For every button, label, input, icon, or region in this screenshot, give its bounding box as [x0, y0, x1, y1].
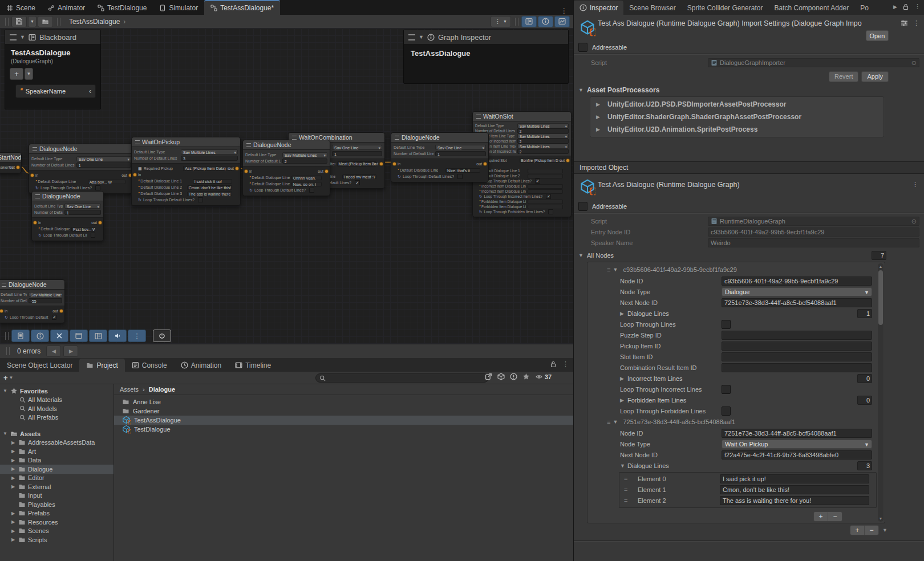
project-file-list[interactable]: Assets › Dialogue Anne LiseGardener{}Tes…: [114, 384, 573, 561]
tree-folder-scenes[interactable]: ▶Scenes: [0, 527, 114, 536]
file-row-testdialogue[interactable]: {}TestDialogue: [114, 425, 573, 434]
scrollbar[interactable]: ▲ ▼: [878, 263, 884, 522]
expand-chevron-icon[interactable]: ‹: [89, 87, 91, 95]
toolbar-infocirc-button[interactable]: [31, 330, 49, 342]
output-port-icon[interactable]: [60, 310, 63, 312]
line-text-field[interactable]: Ohhhh yeah,: [291, 176, 322, 180]
create-asset-dropdown-icon[interactable]: ▼: [9, 375, 14, 380]
array-size-field[interactable]: 0: [857, 374, 872, 383]
tree-folder-external[interactable]: ▶External: [0, 482, 114, 491]
tree-folder-data[interactable]: ▶Data: [0, 456, 114, 465]
postprocessor-row[interactable]: ▶UnityEditor.ShaderGraph.ShaderGraphAsse…: [590, 111, 884, 123]
revert-button[interactable]: Revert: [829, 71, 858, 82]
input-port-icon[interactable]: [31, 174, 34, 177]
save-button[interactable]: [11, 16, 27, 27]
node-header[interactable]: DialogueNode: [0, 280, 64, 290]
graph-node-dialoguenode[interactable]: DialogueNodeDefault Line TypeSay One Lin…: [31, 191, 104, 241]
node-header[interactable]: WaitOnSlot: [473, 112, 571, 121]
tree-folder-playables[interactable]: Playables: [0, 500, 114, 509]
property-dropdown[interactable]: Say Multiple Lines▾: [517, 133, 569, 139]
postprocessor-row[interactable]: ▶UnityEditor.U2D.Animation.SpritePostPro…: [590, 123, 884, 136]
tree-folder-prefabs[interactable]: ▶Prefabs: [0, 509, 114, 518]
checkbox[interactable]: ✓: [355, 180, 360, 185]
node-header[interactable]: WaitOnPickup: [132, 137, 240, 147]
array-size-field[interactable]: 0: [857, 396, 872, 405]
object-picker-icon[interactable]: ⊙: [911, 217, 917, 226]
tree-folder-dialogue[interactable]: ▶Dialogue: [0, 465, 114, 474]
text-field[interactable]: Weirdo: [708, 238, 919, 247]
output-port-icon[interactable]: [99, 221, 102, 224]
graph-options-button[interactable]: ⋮▼: [491, 16, 511, 27]
text-field[interactable]: [722, 363, 872, 372]
bottom-tab-timeline[interactable]: Timeline: [228, 359, 278, 372]
line-text-field[interactable]: [528, 200, 563, 204]
blackboard-panel[interactable]: ▼ Blackboard TestAssDialogue (DialogueGr…: [5, 30, 101, 109]
create-asset-button[interactable]: +: [3, 373, 8, 382]
toolbar-blackboard-button[interactable]: [89, 330, 107, 342]
output-port-icon[interactable]: [325, 170, 328, 173]
tree-folder-addressableassetsdata[interactable]: ▶AddressableAssetsData: [0, 438, 114, 448]
foldout-arrow-icon[interactable]: ▶: [620, 376, 627, 381]
enum-dropdown[interactable]: Wait On Pickup▼: [722, 440, 872, 449]
line-text-field[interactable]: Cmon, don't be like this!: [187, 185, 232, 190]
toggle-blackboard-button[interactable]: [521, 16, 537, 27]
property-dropdown[interactable]: Say Multiple Lines▾: [517, 144, 569, 149]
property-dropdown[interactable]: Say Multiple Lines▾: [181, 149, 238, 155]
tree-folder-input[interactable]: Input: [0, 491, 114, 501]
foldout-arrow-icon[interactable]: ▶: [620, 311, 627, 316]
add-variable-button[interactable]: +: [10, 68, 23, 80]
inspector-tab-scene-browser[interactable]: Scene Browser: [623, 1, 681, 15]
toolbar-audio-button[interactable]: [108, 330, 127, 342]
add-variable-dropdown[interactable]: ▼: [25, 68, 33, 80]
main-tab-simulator[interactable]: Simulator: [153, 1, 204, 15]
tree-item-all-materials[interactable]: All Materials: [0, 396, 114, 405]
graph-node-waitonpickup[interactable]: WaitOnPickupDefault Line TypeSay Multipl…: [131, 137, 241, 206]
asset-postprocessors-foldout[interactable]: ▼ Asset PostProcessors: [574, 84, 924, 96]
apply-button[interactable]: Apply: [861, 71, 889, 82]
add-element-button[interactable]: +: [850, 526, 865, 535]
checkbox[interactable]: [722, 406, 731, 416]
remove-element-button[interactable]: −: [828, 512, 842, 521]
header-menu-icon[interactable]: ⋮: [913, 19, 919, 27]
inspector-tab-sprite-collider-generator[interactable]: Sprite Collider Generator: [682, 1, 769, 15]
bottom-tab-scene-object-locator[interactable]: Scene Object Locator: [0, 359, 79, 372]
node-header[interactable]: DialogueNode: [243, 140, 330, 150]
checkbox[interactable]: [548, 209, 553, 214]
input-port-icon[interactable]: [0, 310, 3, 312]
toggle-infocirc-button[interactable]: [538, 16, 553, 27]
enum-dropdown[interactable]: Dialogue▼: [722, 287, 872, 296]
lock-icon[interactable]: [902, 3, 909, 10]
line-text-field[interactable]: Nice, that's it: [445, 168, 480, 173]
graph-node-startnode[interactable]: StartNodeSpeakerNameout: [0, 152, 22, 173]
drag-handle-icon[interactable]: [408, 34, 415, 40]
main-tab-animator[interactable]: Animator: [42, 1, 91, 15]
property-dropdown[interactable]: Say One Line▾: [76, 156, 131, 161]
property-dropdown[interactable]: Say One Line▾: [435, 145, 486, 150]
checkbox[interactable]: [91, 233, 95, 238]
property-dropdown[interactable]: Say Multiple Lines▾: [29, 292, 62, 297]
collapse-arrow-icon[interactable]: ▼: [20, 34, 25, 40]
pkg-icon[interactable]: [497, 373, 505, 380]
output-port-icon[interactable]: [17, 166, 19, 169]
toolbar-tools-button[interactable]: [50, 330, 68, 342]
output-port-icon[interactable]: [566, 159, 569, 162]
line-text-field[interactable]: I said pick it up!: [193, 179, 232, 184]
line-text-field[interactable]: The ass is waiting there for y: [187, 192, 232, 196]
graph-canvas[interactable]: StartNodeSpeakerNameoutDialogueNodeDefau…: [0, 29, 573, 344]
file-row-gardener[interactable]: Gardener: [114, 406, 573, 416]
all-nodes-foldout[interactable]: ▼ All Nodes 7: [574, 249, 924, 262]
toolbar-grip[interactable]: [6, 347, 10, 355]
inspector-tab-inspector[interactable]: Inspector: [574, 1, 623, 15]
text-field[interactable]: f22a475e-4c2f-41c6-9b73-6a83498abfe0: [722, 450, 872, 460]
openasset-icon[interactable]: [485, 373, 492, 380]
postprocessor-row[interactable]: ▶UnityEditor.U2D.PSD.PSDImporterAssetPos…: [590, 98, 884, 111]
line-text-field[interactable]: [528, 184, 563, 189]
element-text-field[interactable]: I said pick it up!: [720, 474, 869, 483]
collapse-arrow-icon[interactable]: ▼: [419, 34, 424, 40]
tree-folder-editor[interactable]: ▶Editor: [0, 474, 114, 483]
main-tab-testassdialogue[interactable]: TestAssDialogue*: [204, 0, 280, 15]
text-field[interactable]: [722, 342, 872, 351]
tree-item-all-models[interactable]: All Models: [0, 404, 114, 413]
object-picker-icon[interactable]: ⊙: [911, 59, 917, 67]
foldout-arrow-icon[interactable]: ▼: [613, 419, 620, 425]
